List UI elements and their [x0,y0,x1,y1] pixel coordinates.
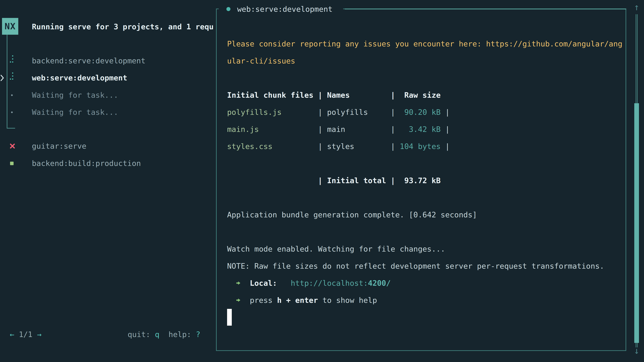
running-status-dot-icon [226,7,230,11]
terminal-line: press h + enter to show help [227,292,377,309]
pager: ← 1/1 → [10,326,42,343]
terminal-text-segment [241,296,250,305]
terminal-text-segment: Application bundle generation complete. … [227,210,477,219]
terminal-text-segment: press [250,296,277,305]
terminal-text-segment [272,142,318,151]
terminal-text-segment: | polyfills | [318,108,395,117]
task-label: web:serve:development [32,69,127,86]
task-label: backend:serve:development [32,52,146,69]
terminal-text-segment [227,279,236,288]
terminal-text-segment: | Initial total | 93.72 kB [227,176,440,185]
terminal-text-segment: Local: [250,279,277,288]
terminal-text-segment: | [440,125,450,134]
terminal-line: polyfills.js | polyfills | 90.20 kB | [227,104,450,121]
arrow-right-icon [236,297,241,304]
spinner-icon [10,55,14,65]
terminal-line: main.js | main | 3.42 kB | [227,121,450,138]
scroll-down-arrow-icon[interactable]: ↓ [632,345,642,357]
help-label: help: [160,330,196,339]
sidebar-task-row[interactable]: backend:build:production [0,155,213,172]
success-square-icon [10,162,14,165]
terminal-line: Watch mode enabled. Watching for file ch… [227,241,445,258]
task-label: guitar:serve [32,138,86,155]
panel-title: web:serve:development [237,5,332,13]
terminal-line: Please consider reporting any issues you… [227,35,622,52]
task-tree-line-foot [7,128,15,129]
scrollbar-thumb[interactable] [634,103,639,343]
terminal-text-segment [395,142,400,151]
terminal-line: Initial chunk files | Names | Raw size [227,87,440,104]
local-url-link[interactable]: http://localhost: [291,279,368,288]
pager-prev-arrow-icon[interactable]: ← [10,330,14,339]
selection-chevron-icon [0,74,4,82]
page-title: Running serve for 3 projects, and 1 requ [32,18,216,35]
failed-cross-icon [10,142,15,151]
terminal-text-segment: to show help [318,296,377,305]
terminal-text-segment: | [440,142,450,151]
task-label: backend:build:production [32,155,141,172]
terminal-line: ular-cli/issues [227,52,295,69]
terminal-cursor [227,309,232,326]
terminal-text-segment: 3.42 kB [409,125,441,134]
terminal-text-segment: styles.css [227,142,272,151]
quit-label: quit: [128,330,155,339]
task-label: Waiting for task... [32,104,118,121]
terminal-text-segment [227,296,236,305]
terminal-text-segment: Initial chunk files | Names | Raw size [227,91,440,99]
terminal-line: Application bundle generation complete. … [227,206,477,223]
pager-label: 1/1 [14,330,37,339]
terminal-screen: NX Running serve for 3 projects, and 1 r… [0,0,644,362]
terminal-text-segment: 104 bytes [400,142,441,151]
sidebar-task-row[interactable]: Waiting for task... [0,87,213,104]
terminal-text-segment: main.js [227,125,259,134]
help-key: ? [196,330,200,339]
terminal-text-segment: | [440,108,450,117]
sidebar-task-row[interactable]: backend:serve:development [0,52,213,69]
sidebar-task-row[interactable]: guitar:serve [0,138,213,155]
terminal-text-segment: polyfills.js [227,108,282,117]
terminal-line: | Initial total | 93.72 kB [227,172,440,189]
terminal-text-segment: Please consider reporting any issues you… [227,39,622,48]
pending-dot-icon [11,111,13,113]
terminal-text-segment [277,279,291,288]
quit-key: q [155,330,160,339]
terminal-text-segment [395,108,404,117]
panel-title-rule [345,8,626,9]
terminal-line: NOTE: Raw file sizes do not reflect deve… [227,258,604,275]
scroll-up-arrow-icon[interactable]: ↑ [632,1,642,13]
terminal-text-segment: Watch mode enabled. Watching for file ch… [227,245,445,253]
terminal-text-segment: h + enter [277,296,318,305]
terminal-line: Local: http://localhost:4200/ [227,275,390,292]
nx-logo-badge: NX [2,18,18,35]
pending-dot-icon [11,94,13,96]
panel-title-row: web:serve:development [219,5,343,13]
keyboard-shortcuts: quit: q help: ? [128,326,200,343]
terminal-text-segment [395,125,409,134]
terminal-text-segment [282,108,318,117]
terminal-text-segment: NOTE: Raw file sizes do not reflect deve… [227,262,604,271]
sidebar-task-row[interactable]: web:serve:development [0,69,213,86]
arrow-right-icon [236,279,241,287]
status-bar: ← 1/1 → quit: q help: ? [0,326,216,343]
task-label: Waiting for task... [32,87,118,104]
sidebar-task-row[interactable]: Waiting for task... [0,104,213,121]
pager-next-arrow-icon[interactable]: → [37,330,42,339]
terminal-text-segment [241,279,250,288]
terminal-text-segment: | main | [318,125,395,134]
terminal-text-segment: ular-cli/issues [227,56,295,65]
spinner-icon [10,72,14,82]
terminal-text-segment: 90.20 kB [404,108,441,117]
terminal-text-segment: 4200/ [368,279,390,288]
terminal-text-segment [259,125,318,134]
terminal-text-segment: | styles | [318,142,395,151]
terminal-line: styles.css | styles | 104 bytes | [227,138,450,155]
